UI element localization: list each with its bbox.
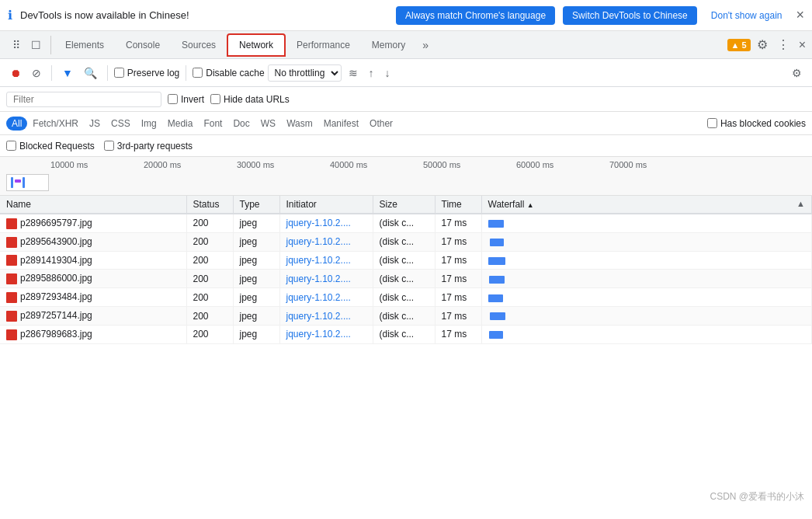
cell-initiator: jquery-1.10.2....: [279, 251, 373, 270]
blocked-cookies-checkbox[interactable]: [707, 118, 717, 128]
table-row[interactable]: p2895886000.jpg200jpegjquery-1.10.2....(…: [0, 270, 812, 288]
waterfall-bar: [489, 276, 505, 284]
table-row[interactable]: p2897293484.jpg200jpegjquery-1.10.2....(…: [0, 288, 812, 307]
th-status[interactable]: Status: [186, 196, 233, 214]
type-img-button[interactable]: Img: [136, 117, 162, 131]
csdn-watermark: CSDN @爱看书的小沐: [710, 490, 804, 503]
type-wasm-button[interactable]: Wasm: [281, 117, 318, 131]
type-all-button[interactable]: All: [6, 117, 27, 131]
cursor-icon[interactable]: ⠿: [9, 36, 23, 54]
tab-console[interactable]: Console: [115, 35, 171, 55]
search-button[interactable]: 🔍: [80, 64, 101, 82]
th-waterfall[interactable]: Waterfall ▲: [481, 196, 812, 214]
table-row[interactable]: p2897257144.jpg200jpegjquery-1.10.2....(…: [0, 307, 812, 326]
switch-to-chinese-button[interactable]: Switch DevTools to Chinese: [563, 6, 697, 25]
cell-time: 17 ms: [435, 214, 481, 232]
cell-waterfall: [481, 325, 812, 343]
third-party-checkbox[interactable]: [104, 141, 114, 151]
tab-performance[interactable]: Performance: [286, 35, 361, 55]
type-ws-button[interactable]: WS: [255, 117, 281, 131]
download-button[interactable]: ↓: [381, 64, 394, 82]
preserve-log-label[interactable]: Preserve log: [114, 68, 179, 78]
cell-status: 200: [186, 232, 233, 251]
cell-name: p2895643900.jpg: [0, 232, 186, 251]
cell-time: 17 ms: [435, 270, 481, 288]
cell-size: (disk c...: [373, 288, 435, 307]
type-media-button[interactable]: Media: [162, 117, 199, 131]
record-button[interactable]: ⏺: [6, 64, 25, 82]
invert-checkbox-label[interactable]: Invert: [168, 94, 204, 105]
timeline-bar: 10000 ms 20000 ms 30000 ms 40000 ms 5000…: [0, 157, 812, 196]
clear-button[interactable]: ⊘: [28, 64, 45, 82]
type-filter-bar: All Fetch/XHR JS CSS Img Media Font Doc …: [0, 112, 812, 135]
always-match-button[interactable]: Always match Chrome's language: [396, 6, 555, 25]
cell-time: 17 ms: [435, 325, 481, 343]
tab-elements[interactable]: Elements: [54, 35, 115, 55]
info-close-button[interactable]: ×: [796, 7, 804, 23]
tab-memory[interactable]: Memory: [361, 35, 416, 55]
th-size[interactable]: Size: [373, 196, 435, 214]
cell-name: p2891419304.jpg: [0, 251, 186, 270]
type-css-button[interactable]: CSS: [106, 117, 136, 131]
third-party-label[interactable]: 3rd-party requests: [104, 141, 193, 152]
hide-data-urls-label[interactable]: Hide data URLs: [210, 94, 290, 105]
upload-button[interactable]: ↑: [365, 64, 378, 82]
network-toolbar: ⏺ ⊘ ▼ 🔍 Preserve log Disable cache No th…: [0, 59, 812, 87]
info-text: DevTools is now available in Chinese!: [20, 9, 388, 21]
cell-waterfall: [481, 214, 812, 232]
tab-network[interactable]: Network: [227, 33, 286, 57]
type-js-button[interactable]: JS: [84, 117, 106, 131]
blocked-requests-text: Blocked Requests: [19, 141, 95, 152]
type-doc-button[interactable]: Doc: [227, 117, 255, 131]
info-icon: ℹ: [8, 8, 12, 23]
warning-badge[interactable]: ▲ 5: [727, 39, 751, 51]
table-row[interactable]: p2891419304.jpg200jpegjquery-1.10.2....(…: [0, 251, 812, 270]
filter-bar: Invert Hide data URLs: [0, 87, 812, 112]
blocked-cookies-label[interactable]: Has blocked cookies: [707, 118, 806, 129]
type-font-button[interactable]: Font: [198, 117, 227, 131]
dont-show-again-button[interactable]: Don't show again: [705, 6, 789, 25]
blocked-requests-label[interactable]: Blocked Requests: [6, 141, 95, 152]
table-row[interactable]: p2896695797.jpg200jpegjquery-1.10.2....(…: [0, 214, 812, 232]
cell-size: (disk c...: [373, 307, 435, 326]
disable-cache-label[interactable]: Disable cache: [193, 68, 264, 78]
wifi-icon-btn[interactable]: ≋: [345, 64, 362, 82]
cell-waterfall: [481, 270, 812, 288]
device-icon[interactable]: ☐: [28, 36, 44, 54]
timeline-labels: 10000 ms 20000 ms 30000 ms 40000 ms 5000…: [0, 157, 812, 169]
network-settings-button[interactable]: ⚙: [788, 64, 806, 82]
type-manifest-button[interactable]: Manifest: [318, 117, 364, 131]
cell-status: 200: [186, 251, 233, 270]
table-header: Name Status Type Initiator Size Time Wat…: [0, 196, 812, 214]
preserve-log-text: Preserve log: [127, 68, 179, 78]
cell-status: 200: [186, 325, 233, 343]
cell-size: (disk c...: [373, 214, 435, 232]
cell-name: p2867989683.jpg: [0, 325, 186, 343]
invert-checkbox[interactable]: [168, 94, 178, 104]
blocked-requests-checkbox[interactable]: [6, 141, 16, 151]
type-other-button[interactable]: Other: [364, 117, 398, 131]
close-devtools-icon[interactable]: ×: [796, 35, 809, 55]
preserve-log-checkbox[interactable]: [114, 68, 124, 78]
tab-more-button[interactable]: »: [416, 36, 435, 54]
cell-waterfall: [481, 307, 812, 326]
table-row[interactable]: p2895643900.jpg200jpegjquery-1.10.2....(…: [0, 232, 812, 251]
th-name[interactable]: Name: [0, 196, 186, 214]
network-table-container[interactable]: Name Status Type Initiator Size Time Wat…: [0, 196, 812, 474]
filter-toggle-button[interactable]: ▼: [58, 64, 77, 82]
hide-data-urls-checkbox[interactable]: [210, 94, 220, 104]
network-table: Name Status Type Initiator Size Time Wat…: [0, 196, 812, 344]
timeline-mini-view[interactable]: [6, 174, 49, 191]
th-initiator[interactable]: Initiator: [279, 196, 373, 214]
throttle-select[interactable]: No throttling Slow 3G Fast 3G: [268, 64, 342, 82]
th-time[interactable]: Time: [435, 196, 481, 214]
tab-sources[interactable]: Sources: [171, 35, 227, 55]
settings-icon[interactable]: ⚙: [754, 34, 771, 55]
table-row[interactable]: p2867989683.jpg200jpegjquery-1.10.2....(…: [0, 325, 812, 343]
filter-input[interactable]: [6, 92, 161, 107]
th-type[interactable]: Type: [233, 196, 279, 214]
type-fetch-xhr-button[interactable]: Fetch/XHR: [27, 117, 84, 131]
more-options-icon[interactable]: ⋮: [774, 34, 793, 55]
blocked-cookies-text: Has blocked cookies: [720, 118, 806, 129]
disable-cache-checkbox[interactable]: [193, 68, 203, 78]
